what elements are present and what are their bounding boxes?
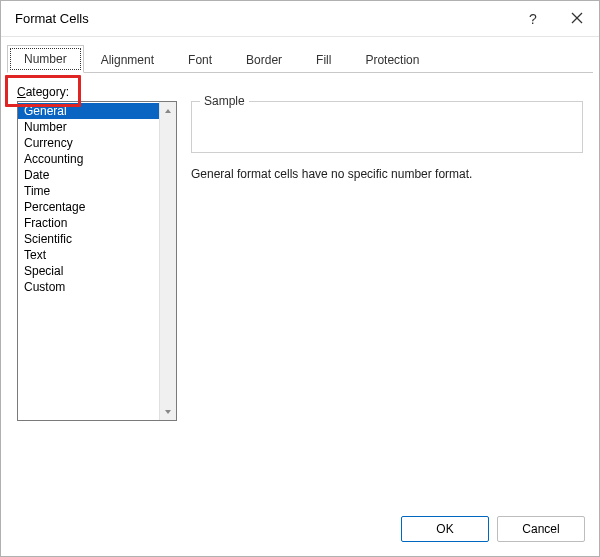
titlebar: Format Cells ? [1,1,599,37]
category-item[interactable]: Text [18,247,159,263]
svg-marker-2 [165,109,171,113]
cancel-button[interactable]: Cancel [497,516,585,542]
scroll-down-button[interactable] [160,403,176,420]
dialog-title: Format Cells [15,11,511,26]
category-item[interactable]: Percentage [18,199,159,215]
scroll-track[interactable] [160,119,176,403]
category-listbox[interactable]: GeneralNumberCurrencyAccountingDateTimeP… [17,101,177,421]
close-button[interactable] [555,1,599,37]
dialog-footer: OK Cancel [1,506,599,556]
category-item[interactable]: Fraction [18,215,159,231]
help-button[interactable]: ? [511,1,555,37]
category-item[interactable]: Custom [18,279,159,295]
category-item[interactable]: Currency [18,135,159,151]
tab-fill[interactable]: Fill [299,46,348,73]
category-item[interactable]: Number [18,119,159,135]
close-icon [571,11,583,27]
category-label: Category: [17,85,583,99]
ok-button[interactable]: OK [401,516,489,542]
category-description: General format cells have no specific nu… [191,167,583,181]
tab-protection[interactable]: Protection [348,46,436,73]
chevron-down-icon [164,405,172,419]
scrollbar[interactable] [159,102,176,420]
category-list-inner: GeneralNumberCurrencyAccountingDateTimeP… [18,102,159,420]
tabs: NumberAlignmentFontBorderFillProtection [7,43,593,73]
tab-alignment[interactable]: Alignment [84,46,171,73]
dialog-body: Category: GeneralNumberCurrencyAccountin… [1,73,599,506]
tab-border[interactable]: Border [229,46,299,73]
svg-marker-3 [165,410,171,414]
category-item[interactable]: General [18,103,159,119]
sample-value [200,122,574,136]
sample-legend: Sample [200,94,249,108]
chevron-up-icon [164,104,172,118]
tab-font[interactable]: Font [171,46,229,73]
category-item[interactable]: Special [18,263,159,279]
category-item[interactable]: Scientific [18,231,159,247]
format-cells-dialog: Format Cells ? NumberAlignmentFontBorder… [0,0,600,557]
tab-number[interactable]: Number [7,45,84,73]
scroll-up-button[interactable] [160,102,176,119]
category-item[interactable]: Accounting [18,151,159,167]
right-pane: Sample General format cells have no spec… [191,101,583,498]
category-item[interactable]: Time [18,183,159,199]
tabs-container: NumberAlignmentFontBorderFillProtection [1,37,599,73]
category-item[interactable]: Date [18,167,159,183]
sample-group: Sample [191,101,583,153]
help-icon: ? [529,11,537,27]
